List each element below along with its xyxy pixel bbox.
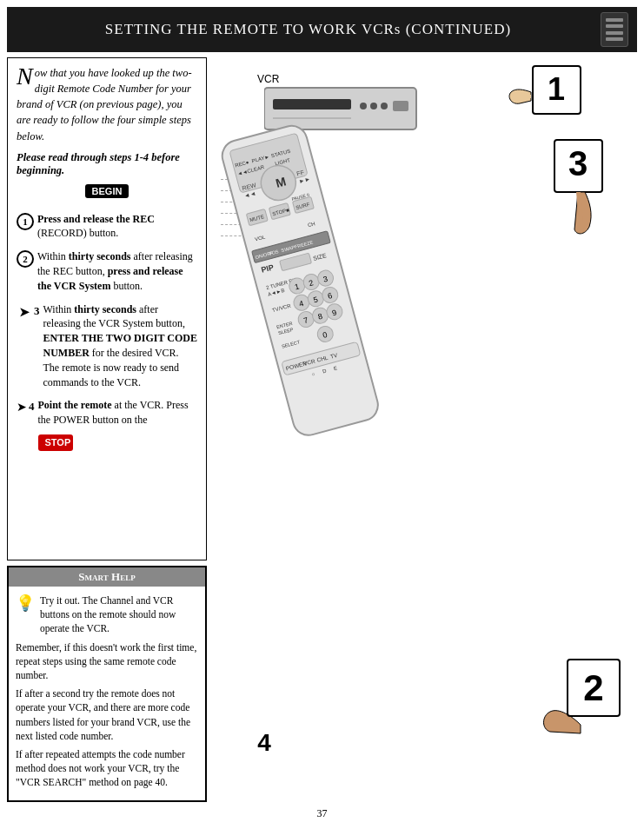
intro-body: ow that you have looked up the two-digit… bbox=[17, 67, 192, 143]
step-2-card: 2 bbox=[537, 655, 624, 754]
bulb-icon: 💡 bbox=[16, 594, 35, 613]
step-4-indicator: 4 bbox=[238, 725, 290, 763]
svg-text:4: 4 bbox=[257, 729, 271, 756]
smart-help-title: Smart Help bbox=[78, 570, 135, 583]
page-header: SETTING THE REMOTE TO WORK VCRs (CONTINU… bbox=[7, 7, 637, 52]
remote-control: REC● PLAY► STATUS ◄◄CLEAR LIGHT M REW ◄◄… bbox=[212, 109, 403, 474]
smart-help-para3: If after repeated attempts the code numb… bbox=[16, 747, 198, 789]
smart-help-box: Smart Help 💡 Try it out. The Channel and… bbox=[7, 566, 207, 802]
step-2: 2 Within thirty seconds after releasing … bbox=[17, 249, 197, 293]
header-title-text: SETTING THE REMOTE TO WORK VCRs (CONTINU… bbox=[105, 21, 511, 37]
illustration-area: VCR bbox=[212, 57, 637, 802]
begin-button[interactable]: BEGIN bbox=[85, 184, 129, 198]
svg-text:3: 3 bbox=[568, 144, 588, 182]
smart-help-para2: If after a second try the remote does no… bbox=[16, 686, 198, 742]
step-3-number: 3 bbox=[34, 304, 40, 318]
svg-rect-2 bbox=[360, 103, 367, 109]
main-content: Now that you have looked up the two-digi… bbox=[7, 57, 637, 802]
read-through-text: Please read through steps 1-4 before beg… bbox=[17, 151, 197, 177]
svg-text:2: 2 bbox=[583, 667, 603, 708]
svg-rect-3 bbox=[370, 103, 377, 109]
stop-button[interactable]: STOP bbox=[38, 434, 73, 451]
page-number: 37 bbox=[7, 806, 637, 822]
left-column: Now that you have looked up the two-digi… bbox=[7, 57, 207, 802]
step-4-number: 4 bbox=[29, 400, 35, 414]
step-2-text: Within thirty seconds after releasing th… bbox=[37, 249, 197, 293]
svg-rect-4 bbox=[381, 103, 388, 109]
step-2-circle: 2 bbox=[17, 250, 34, 268]
step-1-circle: 1 bbox=[17, 213, 34, 230]
smart-help-para1: Remember, if this doesn't work the first… bbox=[16, 640, 198, 682]
step-3: ➤ 3 Within thirty seconds after releasin… bbox=[17, 302, 197, 390]
step-3-circle: ➤ bbox=[17, 304, 32, 322]
page-wrapper: SETTING THE REMOTE TO WORK VCRs (CONTINU… bbox=[0, 0, 644, 829]
smart-help-header: Smart Help bbox=[9, 567, 205, 587]
step-3-text: Within thirty seconds after releasing th… bbox=[43, 302, 198, 390]
intro-text: Now that you have looked up the two-digi… bbox=[17, 65, 197, 144]
step-4-arrow: ➤ bbox=[17, 400, 27, 414]
step-1-card: 1 bbox=[507, 62, 585, 135]
step-1: 1 Press and release the REC (RECORD) but… bbox=[17, 212, 197, 242]
smart-help-tip: 💡 Try it out. The Channel and VCR button… bbox=[16, 594, 198, 635]
svg-text:1: 1 bbox=[548, 71, 565, 107]
instructions-box: Now that you have looked up the two-digi… bbox=[7, 57, 207, 560]
smart-help-tip-text: Try it out. The Channel and VCR buttons … bbox=[40, 594, 198, 635]
page-title: SETTING THE REMOTE TO WORK VCRs (CONTINU… bbox=[16, 21, 601, 38]
step-4: ➤ 4 Point the remote at the VCR. Press t… bbox=[17, 398, 197, 451]
step-4-text: Point the remote at the VCR. Press the P… bbox=[38, 398, 198, 451]
smart-help-content: 💡 Try it out. The Channel and VCR button… bbox=[9, 587, 205, 800]
remote-icon bbox=[601, 12, 628, 47]
step-1-text: Press and release the REC (RECORD) butto… bbox=[37, 212, 197, 242]
step-3-card: 3 bbox=[550, 136, 628, 243]
svg-rect-1 bbox=[273, 99, 351, 109]
right-column: VCR bbox=[212, 57, 637, 802]
dropcap: N bbox=[17, 65, 33, 87]
